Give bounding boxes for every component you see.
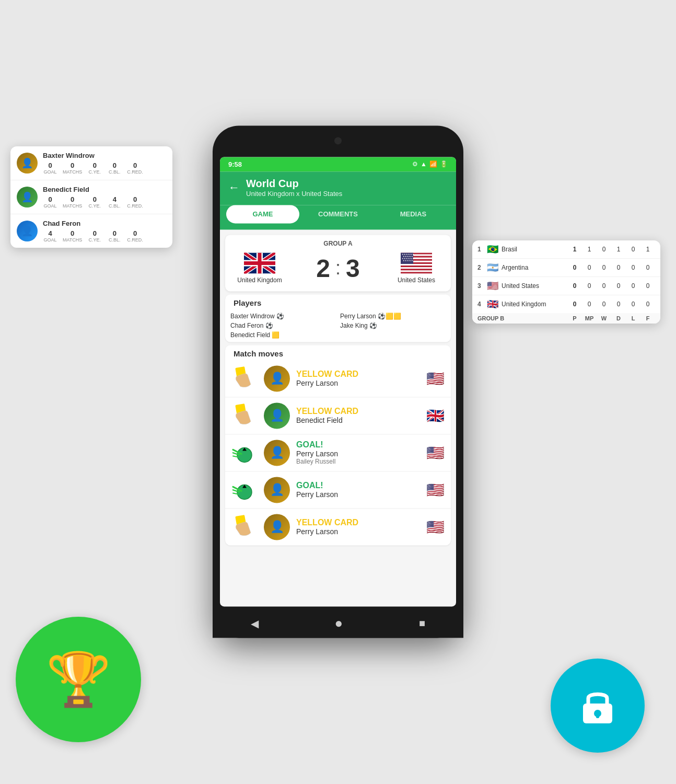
move-5-flag: 🇺🇸 xyxy=(426,518,445,536)
soccer-ball-icon-1 xyxy=(232,440,257,465)
hand-card-icon-2 xyxy=(232,402,257,429)
move-2-icon xyxy=(231,402,258,429)
settings-icon: ⚙ xyxy=(412,160,418,168)
player-stats-row-1: 👤 Baxter Windrow 0GOAL 0MATCHS 0C.YE. 0C… xyxy=(10,146,172,180)
phone-screen: 9:58 ⚙ ▲ 📶 🔋 ← World Cup United Kingdom … xyxy=(220,157,456,606)
app-title: World Cup xyxy=(246,178,342,190)
phone-content: GROUP A United Kingdom xyxy=(220,229,456,606)
player-home-1-name: Baxter Windrow ⚽ xyxy=(230,313,284,320)
move-4-info: GOAL! Perry Larson xyxy=(296,481,420,499)
move-3-player: Perry Larson xyxy=(296,449,420,458)
tab-bar: GAME COMMENTS MEDIAS xyxy=(220,205,456,229)
table-rank-3: 3 xyxy=(477,282,487,290)
table-l-1: 0 xyxy=(626,246,640,253)
status-icons: ⚙ ▲ 📶 🔋 xyxy=(412,160,448,168)
tab-medias[interactable]: MEDIAS xyxy=(377,205,450,223)
moves-title: Match moves xyxy=(225,345,451,360)
players-away-col: Perry Larson ⚽🟨🟨 Jake King ⚽ xyxy=(340,313,446,339)
move-3-info: GOAL! Perry Larson Bailey Russell xyxy=(296,440,420,465)
uk-flag xyxy=(244,252,275,273)
players-home-col: Baxter Windrow ⚽ Chad Feron ⚽ Benedict F… xyxy=(230,313,336,339)
panel-players: 👤 Baxter Windrow 0GOAL 0MATCHS 0C.YE. 0C… xyxy=(10,146,172,248)
player-info-3: Chad Feron 4GOAL 0MATCHS 0C.YE. 0C.BL. 0… xyxy=(43,220,166,243)
table-mp-1: 1 xyxy=(582,246,597,253)
hand-card-icon-3 xyxy=(232,514,257,540)
player-avatar-1: 👤 xyxy=(17,153,38,174)
nav-home-button[interactable]: ● xyxy=(335,615,343,631)
group-label: GROUP A xyxy=(234,240,442,247)
player-stats-row-2: 👤 Benedict Field 0GOAL 0MATCHS 0C.YE. 4C… xyxy=(10,180,172,214)
player-home-1: Baxter Windrow ⚽ xyxy=(230,313,336,320)
move-4: 👤 GOAL! Perry Larson 🇺🇸 xyxy=(225,471,451,509)
player-home-3-name: Benedict Field 🟨 xyxy=(230,331,279,339)
move-5-icon xyxy=(231,514,258,540)
move-1-flag: 🇺🇸 xyxy=(426,370,445,387)
move-3-icon xyxy=(231,440,258,465)
player-away-2-name: Jake King ⚽ xyxy=(340,322,377,329)
table-row-2: 2 🇦🇷 Argentina 0 0 0 0 0 0 xyxy=(472,259,660,277)
score-section: GROUP A United Kingdom xyxy=(225,235,451,291)
move-4-type: GOAL! xyxy=(296,481,420,490)
table-row-4: 4 🇬🇧 United Kingdom 0 0 0 0 0 0 xyxy=(472,295,660,313)
players-title: Players xyxy=(225,294,451,309)
tab-comments[interactable]: COMMENTS xyxy=(301,205,375,223)
trophy-circle: 🏆 xyxy=(16,617,141,742)
battery-icon: 🔋 xyxy=(440,160,448,168)
table-name-1: Brasil xyxy=(502,246,567,253)
move-1-type: YELLOW CARD xyxy=(296,370,420,379)
table-f-1: 1 xyxy=(640,246,655,253)
move-4-icon xyxy=(231,477,258,502)
svg-rect-10 xyxy=(401,270,432,272)
svg-rect-2 xyxy=(596,713,599,718)
player-stats-1: 0GOAL 0MATCHS 0C.YE. 0C.BL. 0C.RED. xyxy=(43,162,166,175)
table-p-1: 1 xyxy=(567,246,582,253)
group-b-label: GROUP B xyxy=(477,315,567,321)
svg-rect-9 xyxy=(401,267,432,269)
status-time: 9:58 xyxy=(228,160,242,168)
player-name-3: Chad Feron xyxy=(43,220,166,227)
phone-notch xyxy=(334,137,342,144)
nav-back-button[interactable]: ◀ xyxy=(251,617,259,630)
score-away: 3 xyxy=(346,254,360,283)
table-d-1: 1 xyxy=(611,246,626,253)
move-1-icon xyxy=(231,365,258,391)
move-2: 👤 YELLOW CARD Benedict Field 🇬🇧 xyxy=(225,397,451,434)
table-w-1: 0 xyxy=(597,246,611,253)
move-2-avatar: 👤 xyxy=(264,402,290,429)
move-1-avatar: 👤 xyxy=(264,365,290,391)
team-away: ★★★★★★ ★★★★★ ★★★★★★ ★★★★★ United States xyxy=(390,252,442,284)
score-colon: : xyxy=(335,257,341,279)
svg-rect-8 xyxy=(401,264,432,266)
svg-text:★★★★★: ★★★★★ xyxy=(403,259,413,262)
move-4-player: Perry Larson xyxy=(296,490,420,499)
header-text: World Cup United Kingdom x United States xyxy=(246,178,342,198)
table-flag-4: 🇬🇧 xyxy=(487,298,498,310)
panel-group-table: 1 🇧🇷 Brasil 1 1 0 1 0 1 2 🇦🇷 Argentina 0… xyxy=(472,240,660,324)
app-header: ← World Cup United Kingdom x United Stat… xyxy=(220,171,456,205)
nav-square-button[interactable]: ■ xyxy=(419,617,425,629)
move-5-player: Perry Larson xyxy=(296,527,420,536)
move-2-player: Benedict Field xyxy=(296,416,420,424)
player-home-3: Benedict Field 🟨 xyxy=(230,331,336,339)
table-rank-4: 4 xyxy=(477,301,487,308)
table-row-3: 3 🇺🇸 United States 0 0 0 0 0 0 xyxy=(472,277,660,295)
moves-section: Match moves 👤 YELLOW CARD xyxy=(225,345,451,545)
move-2-type: YELLOW CARD xyxy=(296,407,420,416)
table-flag-3: 🇺🇸 xyxy=(487,280,498,292)
player-away-1-name: Perry Larson ⚽🟨🟨 xyxy=(340,313,401,320)
us-flag: ★★★★★★ ★★★★★ ★★★★★★ ★★★★★ xyxy=(401,252,432,273)
team-away-name: United States xyxy=(398,276,435,284)
back-button[interactable]: ← xyxy=(228,181,240,194)
move-5: 👤 YELLOW CARD Perry Larson 🇺🇸 xyxy=(225,509,451,545)
table-name-4: United Kingdom xyxy=(502,301,567,308)
move-3-assist: Bailey Russell xyxy=(296,458,420,465)
table-footer: GROUP B P MP W D L F xyxy=(472,313,660,324)
player-avatar-2: 👤 xyxy=(17,187,38,207)
move-1: 👤 YELLOW CARD Perry Larson 🇺🇸 xyxy=(225,360,451,397)
move-4-avatar: 👤 xyxy=(264,477,290,503)
score-home: 2 xyxy=(316,254,330,283)
move-5-avatar: 👤 xyxy=(264,514,290,540)
soccer-ball-icon-2 xyxy=(232,477,257,502)
tab-game[interactable]: GAME xyxy=(226,205,299,223)
player-name-2: Benedict Field xyxy=(43,186,166,193)
